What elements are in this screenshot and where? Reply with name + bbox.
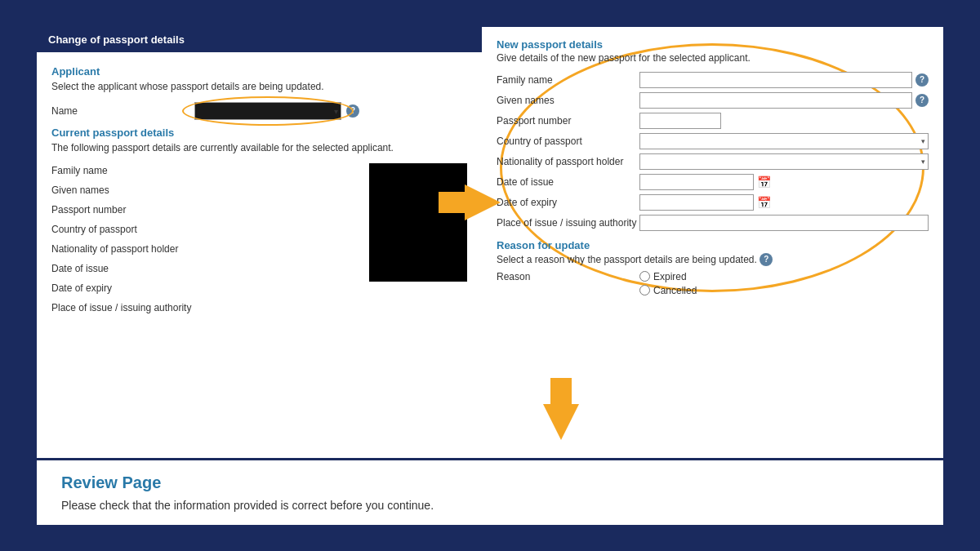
form-body: Applicant Select the applicant whose pas… [37, 52, 482, 525]
date-of-expiry-input[interactable] [639, 194, 754, 211]
applicant-section-desc: Select the applicant whose passport deta… [51, 81, 467, 92]
reason-section: Reason for update Select a reason why th… [497, 239, 929, 296]
left-panel: Change of passport details Applicant Sel… [37, 27, 482, 525]
new-passport-section-desc: Give details of the new passport for the… [497, 52, 929, 64]
review-page-title: Review Page [61, 473, 919, 492]
family-name-row: Family name ? [497, 72, 929, 88]
nationality-select[interactable] [639, 153, 929, 170]
list-item: Passport number [51, 202, 363, 217]
reason-help-icon[interactable]: ? [760, 253, 773, 266]
form-header: Change of passport details [37, 27, 482, 52]
list-item: Family name [51, 163, 363, 178]
passport-number-label: Passport number [497, 115, 639, 127]
name-select-wrapper: ▾ [194, 102, 341, 120]
current-section-title: Current passport details [51, 127, 467, 139]
list-item: Date of expiry [51, 281, 363, 295]
reason-label: Reason [497, 271, 639, 282]
nationality-select-wrapper: ▾ [639, 153, 929, 170]
reason-expired-label: Expired [653, 271, 687, 282]
list-item: Country of passport [51, 222, 363, 237]
given-names-help-icon[interactable]: ? [915, 94, 929, 107]
form-title: Change of passport details [48, 33, 185, 46]
country-of-passport-select[interactable] [639, 133, 929, 149]
given-names-label: Given names [497, 95, 639, 106]
reason-option-cancelled: Cancelled [639, 285, 697, 296]
current-fields: Family name Given names Passport number … [51, 163, 467, 320]
reason-row: Reason Expired Cancelled [497, 271, 929, 296]
given-names-input[interactable] [639, 92, 912, 109]
date-of-expiry-label: Date of expiry [497, 197, 639, 208]
new-passport-section-title: New passport details [497, 38, 929, 51]
reason-desc: Select a reason why the passport details… [497, 253, 929, 266]
review-page-desc: Please check that the information provid… [61, 499, 919, 512]
date-of-issue-calendar-icon[interactable]: 📅 [757, 176, 771, 189]
nationality-label: Nationality of passport holder [497, 156, 639, 167]
date-of-expiry-row: Date of expiry 📅 [497, 194, 929, 211]
right-panel: New passport details Give details of the… [482, 27, 943, 525]
list-item: Given names [51, 183, 363, 198]
list-item: Date of issue [51, 261, 363, 276]
list-item: Nationality of passport holder [51, 242, 363, 256]
family-name-input[interactable] [639, 72, 912, 88]
place-of-issue-label: Place of issue / issuing authority [497, 217, 639, 229]
arrow-down-container [543, 378, 579, 440]
name-select-area: ▾ ? [194, 102, 359, 120]
date-of-issue-wrapper: 📅 [639, 174, 771, 190]
current-section-desc: The following passport details are curre… [51, 142, 467, 153]
reason-options: Expired Cancelled [639, 271, 697, 296]
country-of-passport-row: Country of passport ▾ [497, 133, 929, 149]
current-fields-list: Family name Given names Passport number … [51, 163, 363, 320]
arrow-right-container [437, 170, 502, 235]
reason-cancelled-radio[interactable] [639, 285, 650, 295]
date-of-expiry-calendar-icon[interactable]: 📅 [757, 196, 771, 209]
list-item: Place of issue / issuing authority [51, 300, 363, 315]
country-select-wrapper: ▾ [639, 133, 929, 149]
outer-container: Change of passport details Applicant Sel… [37, 27, 943, 525]
nationality-row: Nationality of passport holder ▾ [497, 153, 929, 170]
date-of-issue-row: Date of issue 📅 [497, 174, 929, 190]
reason-cancelled-label: Cancelled [653, 285, 697, 296]
bottom-section: Review Page Please check that the inform… [37, 458, 943, 525]
reason-section-title: Reason for update [497, 239, 929, 251]
passport-number-input[interactable] [639, 113, 721, 129]
current-section: Current passport details The following p… [51, 127, 467, 320]
given-names-row: Given names ? [497, 92, 929, 109]
reason-expired-radio[interactable] [639, 271, 650, 282]
place-of-issue-input[interactable] [639, 215, 929, 231]
name-field-row: Name ▾ ? [51, 102, 467, 120]
passport-number-row: Passport number [497, 113, 929, 129]
date-of-expiry-wrapper: 📅 [639, 194, 771, 211]
date-of-issue-label: Date of issue [497, 176, 639, 188]
applicant-section-title: Applicant [51, 65, 467, 78]
family-name-label: Family name [497, 74, 639, 86]
name-label: Name [51, 105, 194, 117]
name-help-icon[interactable]: ? [346, 104, 359, 118]
reason-option-expired: Expired [639, 271, 697, 282]
family-name-help-icon[interactable]: ? [915, 73, 929, 87]
date-of-issue-input[interactable] [639, 174, 754, 190]
name-select[interactable] [194, 102, 341, 120]
place-of-issue-row: Place of issue / issuing authority [497, 215, 929, 231]
country-of-passport-label: Country of passport [497, 136, 639, 147]
